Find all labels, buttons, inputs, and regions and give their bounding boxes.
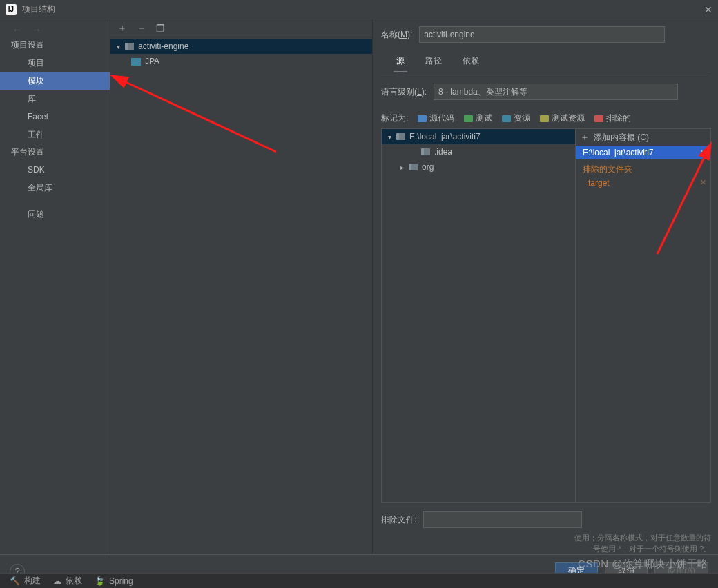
- close-icon[interactable]: ✕: [703, 4, 714, 15]
- sidebar-item-artifacts[interactable]: 工件: [0, 126, 110, 144]
- sidebar-item-modules[interactable]: 模块: [0, 72, 110, 90]
- exclude-files-label: 排除文件:: [381, 514, 416, 526]
- selected-content-root[interactable]: E:\local_jar\activiti7 ✕: [576, 146, 710, 159]
- content-roots-panel: ＋ 添加内容根 (C) E:\local_jar\activiti7 ✕ 排除的…: [576, 128, 711, 503]
- facet-label: JPA: [145, 57, 159, 66]
- copy-module-icon[interactable]: ❐: [156, 23, 165, 34]
- bottom-tab-build[interactable]: 🔨 构建: [10, 575, 41, 587]
- folder-org[interactable]: ▸ org: [382, 159, 575, 175]
- ide-bottom-tabs: 🔨 构建 ☁ 依赖 🍃 Spring: [0, 573, 718, 588]
- exclude-hint: 使用；分隔名称模式，对于任意数量的符 号使用 *，对于一个符号则使用 ?。: [381, 532, 711, 554]
- sidebar-item-global-libs[interactable]: 全局库: [0, 179, 110, 197]
- section-project-settings: 项目设置: [0, 37, 110, 54]
- name-label: 名称(M):: [381, 29, 412, 41]
- chevron-down-icon[interactable]: ▾: [385, 133, 394, 141]
- chevron-right-icon[interactable]: ▸: [397, 164, 407, 171]
- remove-root-icon[interactable]: ✕: [700, 148, 706, 157]
- content-root-row[interactable]: ▾ E:\local_jar\activiti7: [382, 129, 575, 144]
- add-content-root-label[interactable]: 添加内容根 (C): [594, 132, 649, 144]
- excluded-folder-target[interactable]: target ✕: [576, 177, 710, 189]
- tab-paths[interactable]: 路径: [423, 52, 445, 72]
- jpa-icon: [131, 58, 141, 66]
- mark-resource-button[interactable]: 资源: [502, 112, 530, 124]
- module-name-input[interactable]: [419, 26, 665, 43]
- tab-dependencies[interactable]: 依赖: [460, 52, 482, 72]
- back-icon[interactable]: ←: [12, 24, 22, 35]
- remove-module-icon[interactable]: －: [137, 22, 146, 35]
- modules-list-panel: ＋ － ❐ ▾ activiti-engine JPA: [110, 19, 373, 554]
- module-detail-panel: 名称(M): 源 路径 依赖 语言级别(L): 8 - lambda、类型注解等…: [373, 19, 718, 554]
- sidebar-item-sdk[interactable]: SDK: [0, 161, 110, 179]
- folder-icon: [420, 147, 430, 157]
- content-root-path: E:\local_jar\activiti7: [409, 132, 481, 141]
- mark-test-button[interactable]: 测试: [464, 112, 492, 124]
- module-label: activiti-engine: [138, 41, 188, 51]
- forward-icon[interactable]: →: [32, 24, 41, 35]
- sidebar-item-issues[interactable]: 问题: [0, 205, 110, 223]
- mark-test-resource-button[interactable]: 测试资源: [540, 112, 585, 124]
- titlebar: IJ 项目结构 ✕: [0, 0, 718, 19]
- bottom-tab-spring[interactable]: 🍃 Spring: [95, 576, 133, 586]
- settings-sidebar: ← → 项目设置 项目 模块 库 Facet 工件 平台设置 SDK 全局库 问…: [0, 19, 110, 554]
- remove-excluded-icon[interactable]: ✕: [700, 178, 706, 187]
- add-content-root-icon[interactable]: ＋: [580, 131, 590, 144]
- mark-excluded-button[interactable]: 排除的: [594, 112, 631, 124]
- section-platform-settings: 平台设置: [0, 144, 110, 161]
- chevron-down-icon[interactable]: ▾: [113, 43, 123, 50]
- app-icon: IJ: [6, 4, 17, 15]
- module-item-activiti-engine[interactable]: ▾ activiti-engine: [110, 39, 372, 54]
- content-root-tree: ▾ E:\local_jar\activiti7 ▾ .idea ▸ org: [381, 128, 576, 503]
- language-level-label: 语言级别(L):: [381, 86, 427, 98]
- mark-as-label: 标记为:: [381, 112, 408, 124]
- tab-sources[interactable]: 源: [394, 52, 407, 72]
- exclude-files-input[interactable]: [423, 511, 582, 528]
- module-tabs: 源 路径 依赖: [381, 52, 711, 72]
- window-title: 项目结构: [22, 3, 703, 15]
- language-level-select[interactable]: 8 - lambda、类型注解等: [434, 84, 678, 100]
- mark-source-button[interactable]: 源代码: [418, 112, 454, 124]
- facet-item-jpa[interactable]: JPA: [110, 54, 372, 69]
- folder-icon: [396, 132, 405, 141]
- module-icon: [124, 41, 134, 51]
- bottom-tab-deps[interactable]: ☁ 依赖: [53, 575, 82, 587]
- add-module-icon[interactable]: ＋: [117, 22, 127, 35]
- folder-idea[interactable]: ▾ .idea: [382, 144, 575, 159]
- folder-icon: [408, 162, 418, 172]
- sidebar-item-facet[interactable]: Facet: [0, 108, 110, 126]
- sidebar-item-project[interactable]: 项目: [0, 54, 110, 72]
- sidebar-item-libraries[interactable]: 库: [0, 90, 110, 108]
- excluded-folders-label: 排除的文件夹: [576, 159, 710, 177]
